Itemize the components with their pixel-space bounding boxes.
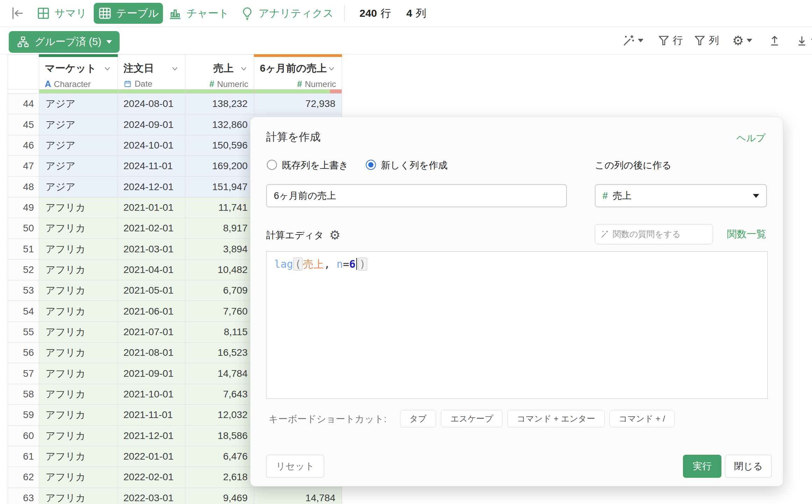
tab-summary[interactable]: サマリ <box>36 0 87 27</box>
cell-sales[interactable]: 3,894 <box>185 239 254 259</box>
chevron-down-icon[interactable] <box>327 64 336 73</box>
cell-market[interactable]: アジア <box>39 135 118 156</box>
function-list-link[interactable]: 関数一覧 <box>727 228 766 241</box>
cell-order-date[interactable]: 2022-02-01 <box>118 467 185 488</box>
column-header-order-date[interactable]: 注文日 Date <box>118 55 185 89</box>
cell-order-date[interactable]: 2021-04-01 <box>118 259 185 280</box>
cell-market[interactable]: アジア <box>39 177 118 197</box>
cell-sales[interactable]: 6,709 <box>185 280 254 301</box>
help-link[interactable]: ヘルプ <box>736 132 765 144</box>
radio-create-new[interactable] <box>366 160 376 170</box>
cell-market[interactable]: アフリカ <box>39 259 118 280</box>
cell-order-date[interactable]: 2021-11-01 <box>118 405 185 425</box>
new-column-name-input[interactable] <box>266 184 567 207</box>
cell-sales[interactable]: 16,523 <box>185 343 254 363</box>
radio-overwrite-label[interactable]: 既存列を上書き <box>282 160 348 171</box>
dimension-counts: 240 行 4 列 <box>359 0 426 27</box>
tab-table[interactable]: テーブル <box>94 3 163 24</box>
cell-market[interactable]: アフリカ <box>39 488 118 504</box>
cell-order-date[interactable]: 2021-10-01 <box>118 384 185 404</box>
cell-market[interactable]: アフリカ <box>39 446 118 467</box>
cell-market[interactable]: アフリカ <box>39 405 118 425</box>
cell-market[interactable]: アフリカ <box>39 239 118 259</box>
cell-sales[interactable]: 169,200 <box>185 156 254 177</box>
cell-sales[interactable]: 132,860 <box>185 114 254 135</box>
cell-order-date[interactable]: 2021-06-01 <box>118 301 185 322</box>
cell-sales[interactable]: 18,586 <box>185 425 254 446</box>
cell-market[interactable]: アフリカ <box>39 218 118 239</box>
cell-order-date[interactable]: 2024-08-01 <box>118 94 185 114</box>
cell-sales[interactable]: 138,232 <box>185 94 254 114</box>
cell-sales[interactable]: 2,618 <box>185 467 254 488</box>
cell-market[interactable]: アフリカ <box>39 197 118 218</box>
cell-sales[interactable]: 151,947 <box>185 177 254 197</box>
cell-order-date[interactable]: 2022-03-01 <box>118 488 185 504</box>
cell-order-date[interactable]: 2021-02-01 <box>118 218 185 239</box>
cell-sales[interactable]: 11,741 <box>185 197 254 218</box>
radio-overwrite-existing[interactable] <box>267 160 277 170</box>
cell-market[interactable]: アフリカ <box>39 322 118 342</box>
cell-sales[interactable]: 12,032 <box>185 405 254 425</box>
cell-sales[interactable]: 10,482 <box>185 259 254 280</box>
cell-sales[interactable]: 6,476 <box>185 446 254 467</box>
download-button[interactable] <box>796 34 812 47</box>
cell-lag-sales[interactable]: 14,784 <box>254 488 342 504</box>
table-settings-button[interactable]: ⚙ <box>732 34 752 47</box>
cell-sales[interactable]: 8,917 <box>185 218 254 239</box>
cell-market[interactable]: アフリカ <box>39 343 118 363</box>
column-header-lag-sales[interactable]: 6ヶ月前の売上 # Numeric <box>254 55 342 89</box>
cell-sales[interactable]: 14,784 <box>185 363 254 384</box>
tab-chart[interactable]: チャート <box>168 0 229 27</box>
chevron-down-icon[interactable] <box>103 64 112 73</box>
radio-create-new-label[interactable]: 新しく列を作成 <box>381 160 448 171</box>
cell-sales[interactable]: 150,596 <box>185 135 254 156</box>
cell-sales[interactable]: 9,469 <box>185 488 254 504</box>
chevron-down-icon[interactable] <box>239 64 248 73</box>
function-question-input[interactable] <box>613 229 708 239</box>
cell-order-date[interactable]: 2024-09-01 <box>118 114 185 135</box>
after-column-select[interactable]: # 売上 <box>595 184 767 207</box>
cell-market[interactable]: アフリカ <box>39 467 118 488</box>
cell-order-date[interactable]: 2021-03-01 <box>118 239 185 259</box>
cell-order-date[interactable]: 2024-10-01 <box>118 135 185 156</box>
cell-order-date[interactable]: 2021-07-01 <box>118 322 185 342</box>
cell-market[interactable]: アフリカ <box>39 363 118 384</box>
cell-order-date[interactable]: 2021-05-01 <box>118 280 185 301</box>
cell-order-date[interactable]: 2024-12-01 <box>118 177 185 197</box>
wand-menu-button[interactable] <box>622 34 643 47</box>
column-header-market[interactable]: マーケット A Character <box>39 55 118 89</box>
cell-order-date[interactable]: 2021-09-01 <box>118 363 185 384</box>
cell-order-date[interactable]: 2024-11-01 <box>118 156 185 177</box>
collapse-sidebar-button[interactable] <box>9 6 26 21</box>
tab-analytics[interactable]: アナリティクス <box>240 0 334 27</box>
upload-button[interactable] <box>768 34 781 47</box>
row-number: 48 <box>8 177 39 197</box>
cell-market[interactable]: アジア <box>39 156 118 177</box>
cell-market[interactable]: アフリカ <box>39 280 118 301</box>
formula-editor[interactable]: lag(売上, n=6) <box>266 251 768 399</box>
gear-icon[interactable]: ⚙ <box>329 229 341 242</box>
run-button[interactable]: 実行 <box>683 455 721 478</box>
cell-market[interactable]: アジア <box>39 94 118 114</box>
grouped-button[interactable]: グループ済 (5) <box>9 31 120 53</box>
cell-lag-sales[interactable]: 72,938 <box>254 94 342 114</box>
reset-button[interactable]: リセット <box>266 455 324 478</box>
cell-market[interactable]: アジア <box>39 114 118 135</box>
cell-market[interactable]: アフリカ <box>39 301 118 322</box>
cell-order-date[interactable]: 2021-01-01 <box>118 197 185 218</box>
function-question-search[interactable] <box>595 224 713 244</box>
filter-columns-button[interactable]: 列 <box>693 34 719 48</box>
filter-rows-button[interactable]: 行 <box>657 34 683 48</box>
cell-sales[interactable]: 8,115 <box>185 322 254 342</box>
close-button[interactable]: 閉じる <box>725 455 772 478</box>
cell-sales[interactable]: 7,760 <box>185 301 254 322</box>
cell-market[interactable]: アフリカ <box>39 425 118 446</box>
cell-order-date[interactable]: 2022-01-01 <box>118 446 185 467</box>
cell-order-date[interactable]: 2021-12-01 <box>118 425 185 446</box>
cell-order-date[interactable]: 2021-08-01 <box>118 343 185 363</box>
column-header-sales[interactable]: 売上 # Numeric <box>185 55 254 89</box>
quality-bar <box>185 89 254 94</box>
cell-market[interactable]: アフリカ <box>39 384 118 404</box>
cell-sales[interactable]: 7,643 <box>185 384 254 404</box>
chevron-down-icon[interactable] <box>170 64 179 73</box>
